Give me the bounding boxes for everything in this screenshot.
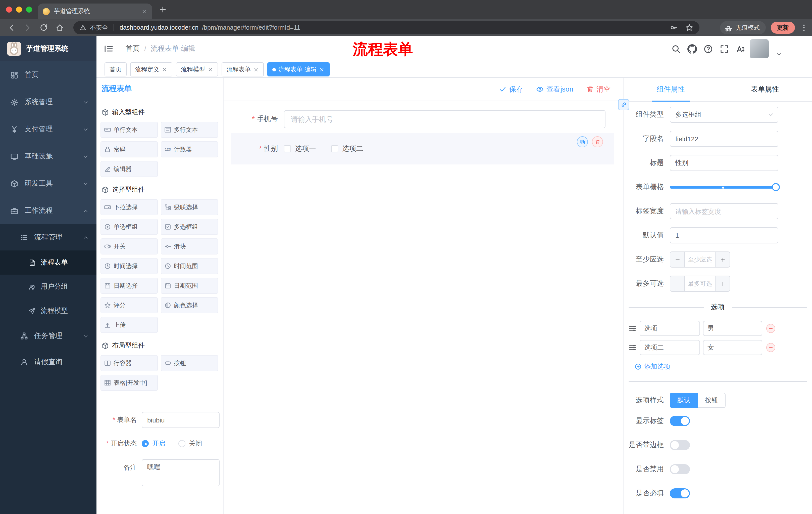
browser-tab[interactable]: 芋道管理系统 — [38, 3, 152, 19]
palette-item-row-container[interactable]: 行容器 — [100, 355, 158, 371]
status-off-radio[interactable]: 关闭 — [178, 439, 202, 448]
palette-item-slider[interactable]: 滑块 — [161, 238, 218, 254]
phone-input[interactable] — [284, 110, 606, 128]
palette-item-rate[interactable]: 评分 — [100, 297, 158, 313]
not-secure-warning-icon[interactable] — [79, 24, 86, 31]
palette-item-time-picker[interactable]: 时间选择 — [100, 258, 158, 274]
option-value-input[interactable] — [703, 321, 762, 336]
palette-item-date-range[interactable]: 日期范围 — [161, 278, 218, 294]
palette-item-checkbox-group[interactable]: 多选框组 — [161, 219, 218, 235]
style-button-button[interactable]: 按钮 — [698, 393, 726, 408]
sidebar-item-process-model[interactable]: 流程模型 — [0, 299, 96, 323]
hamburger-fold-icon[interactable] — [104, 44, 114, 54]
sidebar-item-process-form[interactable]: 流程表单 — [0, 250, 96, 275]
reload-button[interactable] — [39, 23, 48, 32]
palette-item-single-text[interactable]: 单行文本 — [100, 122, 158, 138]
canvas-field-gender-selected[interactable]: 性别 选项一 选项二 — [231, 133, 614, 164]
palette-item-password[interactable]: 密码 — [100, 141, 158, 157]
max-select-input[interactable] — [685, 276, 715, 291]
add-option-button[interactable]: 添加选项 — [635, 362, 812, 371]
component-type-select[interactable] — [670, 107, 778, 123]
tag-close-icon[interactable] — [253, 66, 259, 72]
tag-process-form-edit[interactable]: 流程表单-编辑 — [267, 62, 330, 77]
palette-item-time-range[interactable]: 时间范围 — [161, 258, 218, 274]
tag-process-form[interactable]: 流程表单 — [222, 62, 264, 77]
sidebar-item-devtools[interactable]: 研发工具 — [0, 170, 96, 197]
tag-process-definition[interactable]: 流程定义 — [130, 62, 172, 77]
fullscreen-icon[interactable] — [720, 44, 729, 54]
sidebar-item-user-groups[interactable]: 用户分组 — [0, 275, 96, 299]
tab-form-props[interactable]: 表单属性 — [718, 78, 812, 101]
option-label-input[interactable] — [640, 321, 700, 336]
field-name-input[interactable] — [670, 131, 778, 147]
font-size-icon[interactable] — [736, 44, 745, 54]
tab-component-props[interactable]: 组件属性 — [624, 78, 718, 101]
sidebar-item-home[interactable]: 首页 — [0, 61, 96, 88]
tag-close-icon[interactable] — [319, 66, 325, 72]
gender-option-2-checkbox[interactable]: 选项二 — [331, 144, 363, 154]
palette-item-table[interactable]: 表格[开发中] — [100, 375, 158, 391]
remove-option-button[interactable] — [766, 324, 775, 333]
canvas-field-phone[interactable]: 手机号 — [229, 110, 623, 128]
border-toggle[interactable] — [670, 440, 690, 450]
palette-item-multi-text[interactable]: 多行文本 — [161, 122, 218, 138]
palette-item-date-picker[interactable]: 日期选择 — [100, 278, 158, 294]
clear-button[interactable]: 清空 — [586, 85, 610, 94]
doc-link-button[interactable] — [618, 99, 629, 110]
default-value-input[interactable] — [670, 227, 778, 243]
palette-item-radio-group[interactable]: 单选框组 — [100, 219, 158, 235]
slider-handle[interactable] — [772, 183, 780, 191]
breadcrumb-home[interactable]: 首页 — [126, 44, 140, 53]
palette-item-select[interactable]: 下拉选择 — [100, 199, 158, 215]
style-default-button[interactable]: 默认 — [670, 393, 698, 408]
github-icon[interactable] — [687, 44, 697, 54]
bookmark-star-icon[interactable] — [685, 24, 693, 32]
delete-component-button[interactable] — [592, 136, 603, 147]
component-type-value[interactable] — [670, 107, 778, 123]
sidebar-item-workflow[interactable]: 工作流程 — [0, 197, 96, 224]
search-icon[interactable] — [671, 44, 681, 54]
window-minimize-button[interactable] — [16, 6, 22, 12]
new-tab-button[interactable] — [159, 5, 167, 13]
window-close-button[interactable] — [6, 6, 12, 12]
window-zoom-button[interactable] — [26, 6, 32, 12]
option-label-input[interactable] — [640, 340, 700, 355]
palette-item-cascader[interactable]: 级联选择 — [161, 199, 218, 215]
show-label-toggle[interactable] — [670, 416, 690, 426]
password-manager-icon[interactable] — [670, 24, 678, 32]
required-toggle[interactable] — [670, 488, 690, 498]
app-logo[interactable]: 芋道管理系统 — [0, 36, 96, 61]
user-avatar[interactable] — [750, 39, 769, 58]
sidebar-item-leave-query[interactable]: 请假查询 — [0, 349, 96, 375]
palette-item-button[interactable]: 按钮 — [161, 355, 218, 371]
tag-close-icon[interactable] — [162, 66, 167, 72]
copy-component-button[interactable] — [577, 136, 588, 147]
palette-item-upload[interactable]: 上传 — [100, 317, 158, 333]
help-icon[interactable] — [703, 44, 713, 54]
address-bar[interactable]: 不安全 dashboard.yudao.iocoder.cn /bpm/mana… — [74, 21, 699, 34]
option-drag-handle-icon[interactable] — [629, 344, 637, 352]
palette-item-editor[interactable]: 编辑器 — [100, 161, 158, 177]
browser-menu-icon[interactable] — [800, 24, 808, 32]
back-button[interactable] — [7, 23, 16, 32]
sidebar-item-system[interactable]: 系统管理 — [0, 88, 96, 116]
form-remark-textarea[interactable]: 嘿嘿 — [142, 459, 220, 486]
tag-close-icon[interactable] — [207, 66, 213, 72]
sidebar-item-task-mgmt[interactable]: 任务管理 — [0, 323, 96, 349]
form-grid-slider[interactable] — [670, 179, 778, 195]
label-width-input[interactable] — [670, 203, 778, 219]
tag-home[interactable]: 首页 — [105, 62, 127, 77]
avatar-caret-icon[interactable] — [776, 51, 782, 57]
chrome-update-button[interactable]: 更新 — [771, 22, 795, 34]
forward-button[interactable] — [23, 23, 32, 32]
save-button[interactable]: 保存 — [499, 85, 523, 94]
palette-item-color-picker[interactable]: 颜色选择 — [161, 297, 218, 313]
sidebar-item-process-mgmt[interactable]: 流程管理 — [0, 224, 96, 250]
home-button[interactable] — [55, 23, 64, 32]
tab-close-icon[interactable] — [141, 8, 147, 14]
increase-button[interactable] — [715, 252, 730, 267]
title-input[interactable] — [670, 155, 778, 171]
min-select-input[interactable] — [685, 252, 715, 267]
remove-option-button[interactable] — [766, 343, 775, 352]
disabled-toggle[interactable] — [670, 464, 690, 474]
